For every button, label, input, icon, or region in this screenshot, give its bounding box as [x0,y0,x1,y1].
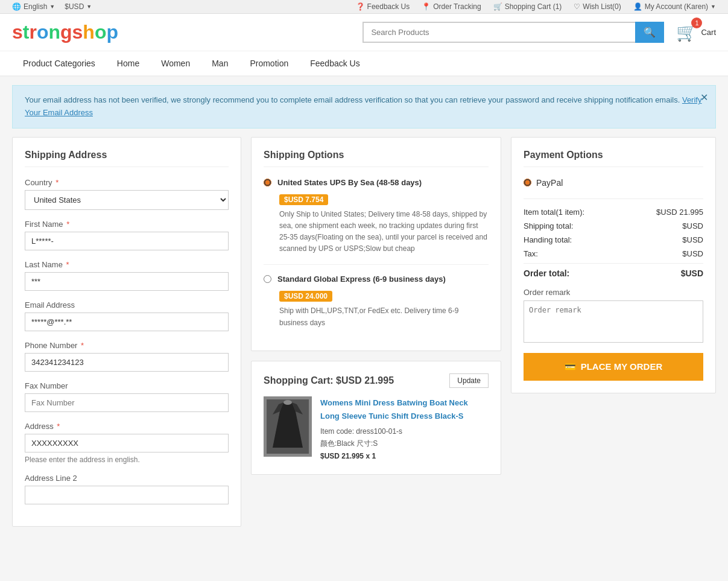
order-summary: Item total(1 item): $USD 21.995 Shipping… [524,198,703,278]
shipping-option-ups-header: United States UPS By Sea (48-58 days) [264,178,489,187]
place-order-button[interactable]: 💳 PLACE MY ORDER [524,353,703,381]
phone-input[interactable] [25,353,229,372]
header: strongshop 🔍 🛒 1 Cart [0,14,728,51]
cart-badge: 1 [691,17,702,28]
first-name-input[interactable] [25,232,229,250]
item-total-value: $USD 21.995 [656,208,703,217]
country-group: Country * United States [25,178,229,210]
wish-list-label: Wish List(0) [583,2,621,11]
shipping-express-desc: Ship with DHL,UPS,TNT,or FedEx etc. Deli… [279,305,489,328]
main-content: Shipping Address Country * United States… [0,137,728,539]
phone-group: Phone Number * [25,341,229,372]
logo[interactable]: strongshop [12,21,118,43]
cart-item-color: 颜色:Black 尺寸:S [320,437,489,449]
top-bar: 🌐 English ▼ $USD ▼ ❓ Feedback Us 📍 Order… [0,0,728,14]
tax-value: $USD [682,249,703,258]
chevron-down-icon: ▼ [86,4,92,10]
search-bar: 🔍 [362,22,664,43]
nav-item-product-categories[interactable]: Product Categories [12,51,106,77]
shipping-option-ups: United States UPS By Sea (48-58 days) $U… [264,178,489,265]
handling-total-value: $USD [682,235,703,244]
last-name-group: Last Name * [25,260,229,291]
country-select[interactable]: United States [25,190,229,210]
cart-icon-wrap: 🛒 1 [676,22,697,42]
language-label: English [24,2,47,11]
nav-item-man[interactable]: Man [201,51,239,77]
handling-total-row: Handing total: $USD [524,235,703,244]
currency-selector[interactable]: $USD ▼ [65,2,92,11]
question-icon: ❓ [356,2,365,11]
shipping-total-row: Shipping total: $USD [524,221,703,230]
nav-item-women[interactable]: Women [150,51,201,77]
cart-label: Cart [701,28,716,37]
shopping-cart-link[interactable]: 🛒 Shopping Cart (1) [493,2,562,11]
email-group: Email Address [25,300,229,331]
shipping-express-label: Standard Global Express (6-9 business da… [277,275,446,284]
shipping-total-label: Shipping total: [524,221,573,230]
search-button[interactable]: 🔍 [635,22,664,43]
email-input[interactable] [25,313,229,331]
address2-input[interactable] [25,486,229,504]
svg-point-4 [283,400,292,405]
payment-panel: Payment Options PayPal Item total(1 item… [511,137,716,393]
shipping-address-title: Shipping Address [25,150,229,167]
shipping-radio-ups[interactable] [264,179,271,186]
alert-close-button[interactable]: ✕ [700,92,708,103]
item-total-label: Item total(1 item): [524,208,584,217]
handling-total-label: Handing total: [524,235,572,244]
alert-bar: Your email address has not been verified… [12,85,716,129]
feedback-link[interactable]: ❓ Feedback Us [356,2,410,11]
payment-radio-paypal[interactable] [524,179,531,186]
last-name-label: Last Name * [25,260,229,269]
globe-icon: 🌐 [12,2,21,11]
order-tracking-link[interactable]: 📍 Order Tracking [422,2,481,11]
nav-item-home[interactable]: Home [106,51,150,77]
payment-option-paypal: PayPal [524,178,703,188]
nav-item-feedback[interactable]: Feedback Us [299,51,370,77]
first-name-label: First Name * [25,220,229,229]
nav-item-promotion[interactable]: Promotion [239,51,299,77]
shipping-options-panel: Shipping Options United States UPS By Se… [251,137,501,351]
paypal-label: PayPal [536,178,563,188]
last-name-input[interactable] [25,272,229,291]
order-remark-textarea[interactable] [524,300,703,343]
shopping-cart-label: Shopping Cart (1) [505,2,562,11]
cart-item-price: $USD 21.995 x 1 [320,450,489,462]
cart-area[interactable]: 🛒 1 Cart [676,22,716,42]
cart-item-name: Womens Mini Dress Batwing Boat Neck Long… [320,396,489,423]
address-input[interactable] [25,434,229,452]
cart-item-code: Item code: dress100-01-s [320,425,489,437]
heart-icon: ♡ [574,2,580,11]
tax-row: Tax: $USD [524,249,703,258]
fax-group: Fax Number [25,381,229,412]
shipping-option-express-header: Standard Global Express (6-9 business da… [264,275,489,284]
order-tracking-label: Order Tracking [433,2,481,11]
cart-item-info: Womens Mini Dress Batwing Boat Neck Long… [320,396,489,462]
feedback-label: Feedback Us [367,2,410,11]
fax-input[interactable] [25,393,229,412]
top-bar-left: 🌐 English ▼ $USD ▼ [12,2,92,11]
fax-label: Fax Number [25,381,229,390]
my-account-link[interactable]: 👤 My Account (Karen) ▼ [633,2,716,11]
first-name-group: First Name * [25,220,229,250]
tax-label: Tax: [524,249,538,258]
update-cart-button[interactable]: Update [449,373,489,388]
item-total-row: Item total(1 item): $USD 21.995 [524,208,703,217]
address-note: Please enter the address in english. [25,456,229,464]
shipping-address-panel: Shipping Address Country * United States… [12,137,241,527]
cart-total-title: Shopping Cart: $USD 21.995 [264,375,394,386]
shipping-option-express: Standard Global Express (6-9 business da… [264,275,489,338]
alert-message: Your email address has not been verified… [25,95,680,104]
shipping-radio-express[interactable] [264,275,271,283]
order-total-row: Order total: $USD [524,263,703,278]
search-input[interactable] [362,22,635,43]
order-remark-section: Order remark [524,288,703,344]
order-total-label: Order total: [524,268,569,278]
my-account-label: My Account (Karen) [645,2,708,11]
language-selector[interactable]: 🌐 English ▼ [12,2,55,11]
wish-list-link[interactable]: ♡ Wish List(0) [574,2,621,11]
pin-icon: 📍 [422,2,431,11]
main-nav: Product Categories Home Women Man Promot… [0,51,728,77]
user-icon: 👤 [633,2,642,11]
cart-header: Shopping Cart: $USD 21.995 Update [264,373,489,388]
